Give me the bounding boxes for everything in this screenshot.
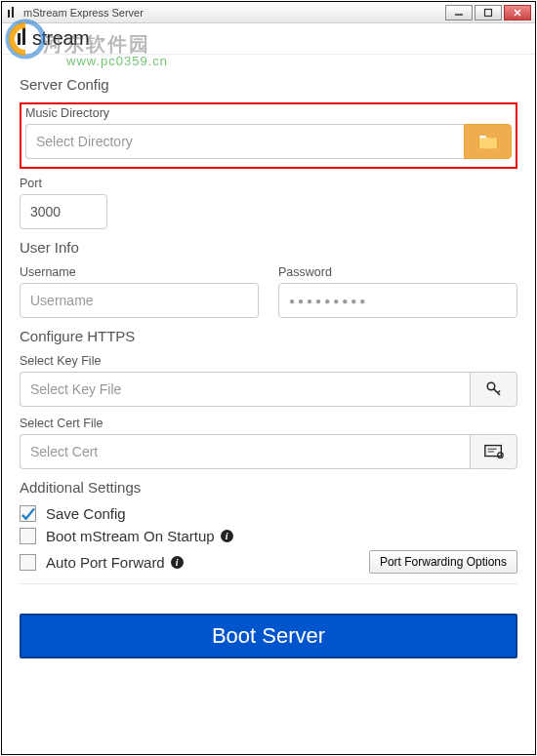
cert-file-input[interactable] [20, 434, 470, 469]
folder-icon [477, 133, 499, 150]
additional-settings-heading: Additional Settings [20, 479, 517, 496]
boot-startup-checkbox[interactable] [20, 528, 36, 544]
svg-rect-0 [8, 10, 10, 18]
info-icon[interactable]: i [221, 530, 233, 542]
info-icon[interactable]: i [171, 556, 184, 569]
window-title: mStream Express Server [23, 7, 445, 19]
titlebar: mStream Express Server [2, 2, 535, 23]
auto-port-forward-checkbox[interactable] [20, 554, 36, 571]
close-button[interactable] [504, 5, 531, 20]
maximize-button[interactable] [475, 5, 502, 20]
cert-file-label: Select Cert File [20, 417, 517, 430]
svg-rect-1 [12, 7, 14, 18]
username-label: Username [20, 265, 259, 279]
save-config-checkbox[interactable] [20, 505, 36, 522]
watermark-logo-icon [4, 18, 47, 60]
user-info-heading: User Info [20, 239, 517, 256]
certificate-icon [483, 443, 505, 460]
auto-port-forward-label: Auto Port Forward [46, 554, 165, 571]
svg-rect-10 [484, 446, 500, 457]
svg-rect-3 [485, 9, 492, 16]
key-file-input[interactable] [20, 372, 470, 407]
svg-line-9 [497, 391, 499, 393]
browse-cert-file-button[interactable] [470, 434, 517, 469]
boot-startup-label: Boot mStream On Startup [46, 528, 215, 544]
password-label: Password [278, 265, 517, 279]
save-config-label: Save Config [46, 505, 126, 522]
port-label: Port [20, 177, 517, 190]
configure-https-heading: Configure HTTPS [20, 328, 517, 344]
username-input[interactable] [20, 283, 259, 318]
music-directory-input[interactable] [25, 124, 464, 159]
browse-directory-button[interactable] [464, 124, 512, 159]
music-directory-label: Music Directory [25, 106, 512, 120]
port-forwarding-options-button[interactable]: Port Forwarding Options [369, 550, 517, 574]
port-input[interactable] [20, 194, 107, 229]
svg-point-13 [497, 453, 503, 458]
server-config-heading: Server Config [20, 76, 517, 93]
key-file-label: Select Key File [20, 354, 517, 368]
divider [20, 583, 517, 584]
boot-server-button[interactable]: Boot Server [20, 614, 517, 658]
key-icon [483, 380, 505, 398]
password-input[interactable] [278, 283, 517, 318]
music-directory-highlight: Music Directory [20, 102, 517, 169]
brand-bar: stream 河东软件园 www.pc0359.cn [2, 23, 535, 55]
browse-key-file-button[interactable] [470, 372, 517, 407]
minimize-button[interactable] [445, 5, 473, 20]
